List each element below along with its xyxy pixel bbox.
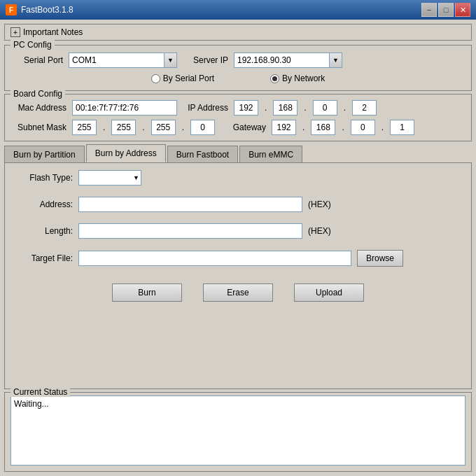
action-buttons: Burn Erase Upload <box>13 284 463 302</box>
window-title: FastBoot3.1.8 <box>21 5 421 15</box>
tabs-container: Burn by Partition Burn by Address Burn F… <box>4 144 472 389</box>
board-config-rows: Mac Address IP Address . . . Subnet Mask… <box>10 100 465 135</box>
gw-dot3: . <box>382 122 384 132</box>
expand-icon[interactable]: + <box>10 27 20 37</box>
length-row: Length: (HEX) <box>13 223 463 239</box>
radio-serial-label: By Serial Port <box>163 74 214 83</box>
sm-dot2: . <box>142 122 144 132</box>
gateway-label: Gateway <box>220 122 266 132</box>
tab-burn-emmc[interactable]: Burn eMMC <box>239 146 302 162</box>
subnet-label: Subnet Mask <box>10 122 66 132</box>
ip2-input[interactable] <box>273 100 298 115</box>
mac-input[interactable] <box>72 100 177 115</box>
serial-port-label: Serial Port <box>10 55 63 65</box>
ip-dot2: . <box>304 103 306 113</box>
length-label: Length: <box>13 226 73 236</box>
gw-dot1: . <box>302 122 304 132</box>
upload-button[interactable]: Upload <box>294 284 364 302</box>
maximize-button[interactable]: □ <box>438 3 454 17</box>
flash-type-dropdown-icon[interactable]: ▼ <box>133 174 139 181</box>
gw1-input[interactable] <box>272 120 296 135</box>
server-ip-dropdown-icon[interactable]: ▼ <box>329 53 342 67</box>
server-ip-combo[interactable]: 192.168.90.30 ▼ <box>234 52 342 68</box>
radio-row: By Serial Port By Network <box>10 74 465 83</box>
app-icon: F <box>6 4 17 15</box>
sm-dot3: . <box>182 122 184 132</box>
board-config-group: Board Config Mac Address IP Address . . … <box>4 94 472 141</box>
radio-serial-circle[interactable] <box>151 74 160 83</box>
address-label: Address: <box>13 200 73 209</box>
subnet-gateway-row: Subnet Mask . . . Gateway . . . <box>10 120 465 135</box>
flash-type-row: Flash Type: ▼ <box>13 170 463 186</box>
flash-type-label: Flash Type: <box>13 173 73 183</box>
pc-config-group: PC Config Serial Port COM1 ▼ Server IP 1… <box>4 45 472 91</box>
ip1-input[interactable] <box>234 100 258 115</box>
address-row: Address: (HEX) <box>13 197 463 212</box>
status-text: Waiting... <box>14 399 49 409</box>
gw4-input[interactable] <box>390 120 414 135</box>
radio-network-circle[interactable] <box>270 74 279 83</box>
current-status-group: Current Status Waiting... <box>4 392 472 472</box>
gw-dot2: . <box>342 122 344 132</box>
pc-config-row: Serial Port COM1 ▼ Server IP 192.168.90.… <box>10 52 465 68</box>
important-notes-bar: + Important Notes <box>4 24 472 41</box>
ip4-input[interactable] <box>352 100 377 115</box>
sm-dot1: . <box>103 122 105 132</box>
tab-content: Flash Type: ▼ Address: (HEX) Length: (HE… <box>4 162 472 389</box>
serial-port-value: COM1 <box>72 55 174 65</box>
ip3-input[interactable] <box>313 100 337 115</box>
sm4-input[interactable] <box>190 120 215 135</box>
minimize-button[interactable]: − <box>421 3 437 17</box>
close-button[interactable]: ✕ <box>455 3 470 17</box>
tabs-header: Burn by Partition Burn by Address Burn F… <box>4 144 472 162</box>
radio-network-label: By Network <box>282 74 325 83</box>
target-file-row: Target File: Browse <box>13 250 463 267</box>
sm2-input[interactable] <box>111 120 136 135</box>
pc-config-label: PC Config <box>10 40 55 50</box>
radio-serial-port[interactable]: By Serial Port <box>151 74 214 83</box>
gw2-input[interactable] <box>311 120 335 135</box>
tab-burn-address[interactable]: Burn by Address <box>86 144 166 162</box>
tab-burn-partition[interactable]: Burn by Partition <box>4 146 85 162</box>
length-input[interactable] <box>78 223 302 239</box>
window-controls: − □ ✕ <box>421 3 470 17</box>
erase-button[interactable]: Erase <box>203 284 273 302</box>
burn-button[interactable]: Burn <box>112 284 182 302</box>
length-hex-label: (HEX) <box>308 226 331 236</box>
important-notes-label: Important Notes <box>23 27 83 37</box>
status-content: Waiting... <box>10 396 465 465</box>
ip-dot3: . <box>344 103 346 113</box>
board-config-label: Board Config <box>10 89 65 99</box>
radio-network[interactable]: By Network <box>270 74 325 83</box>
mac-label: Mac Address <box>10 103 66 113</box>
server-ip-value: 192.168.90.30 <box>237 55 339 65</box>
ip-label: IP Address <box>183 103 228 113</box>
target-file-label: Target File: <box>13 253 73 263</box>
gw3-input[interactable] <box>351 120 375 135</box>
address-input[interactable] <box>78 197 302 212</box>
sm1-input[interactable] <box>72 120 97 135</box>
titlebar: F FastBoot3.1.8 − □ ✕ <box>0 0 476 20</box>
current-status-label: Current Status <box>10 387 70 397</box>
target-file-input[interactable] <box>78 251 351 266</box>
browse-button[interactable]: Browse <box>357 250 403 267</box>
serial-port-combo[interactable]: COM1 ▼ <box>69 52 177 68</box>
ip-dot1: . <box>265 103 267 113</box>
main-window: + Important Notes PC Config Serial Port … <box>0 20 476 476</box>
sm3-input[interactable] <box>151 120 176 135</box>
tab-burn-fastboot[interactable]: Burn Fastboot <box>167 146 238 162</box>
server-ip-label: Server IP <box>183 55 228 65</box>
mac-ip-row: Mac Address IP Address . . . <box>10 100 465 115</box>
serial-port-dropdown-icon[interactable]: ▼ <box>164 53 176 67</box>
address-hex-label: (HEX) <box>308 200 331 209</box>
flash-type-combo[interactable]: ▼ <box>78 170 141 186</box>
